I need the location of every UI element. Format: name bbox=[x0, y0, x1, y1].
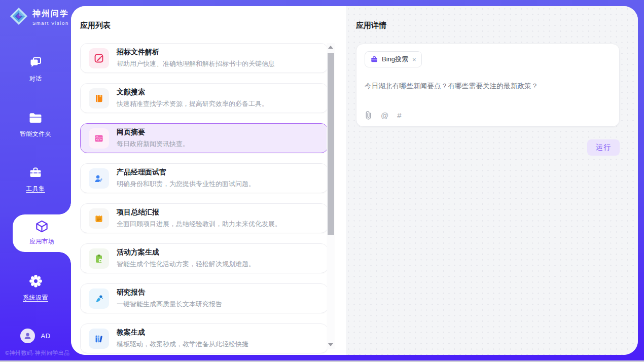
app-item-event-plan[interactable]: 活动方案生成 智能生成个性化活动方案，轻松解决规划难题。 bbox=[80, 243, 328, 273]
interviewer-icon bbox=[89, 168, 109, 189]
sidebar-item-label: 应用市场 bbox=[13, 237, 71, 246]
app-item-name: 产品经理面试官 bbox=[117, 168, 255, 177]
query-card[interactable]: Bing搜索 × 今日湖北有哪些新闻要点？有哪些需要关注的最新政策？ @ # bbox=[356, 44, 620, 127]
app-item-literature-search[interactable]: 文献搜索 快速精准查找学术资源，提高研究效率的必备工具。 bbox=[80, 83, 328, 113]
copyright-footer: ©神州数码·神州问学出品 bbox=[5, 349, 70, 357]
brand-diamond-icon bbox=[9, 7, 28, 28]
app-item-text: 研究报告 一键智能生成高质量长文本研究报告 bbox=[117, 288, 222, 309]
gear-icon bbox=[29, 274, 43, 290]
edit-square-icon bbox=[89, 48, 109, 68]
user-initials: AD bbox=[41, 332, 50, 340]
app-item-desc: 帮助用户快速、准确地理解和解析招标书中的关键信息 bbox=[117, 59, 275, 68]
app-item-desc: 快速精准查找学术资源，提高研究效率的必备工具。 bbox=[117, 99, 268, 108]
folder-icon bbox=[28, 112, 43, 126]
app-list: 招标文件解析 帮助用户快速、准确地理解和解析招标书中的关键信息 文献搜索 bbox=[80, 43, 328, 355]
book-icon bbox=[89, 88, 109, 108]
run-row: 运行 bbox=[346, 139, 620, 156]
app-item-text: 教案生成 模板驱动，教案秒成，教学准备从此轻松快捷 bbox=[117, 328, 248, 349]
sidebar-item-smart-folder[interactable]: 智能文件夹 bbox=[0, 112, 71, 138]
app-item-name: 研究报告 bbox=[117, 288, 222, 297]
chip-close-icon[interactable]: × bbox=[412, 56, 416, 63]
app-item-project-summary[interactable]: 项目总结汇报 全面回顾项目进展，总结经验教训，助力未来优化发展。 bbox=[80, 203, 328, 233]
app-item-text: 项目总结汇报 全面回顾项目进展，总结经验教训，助力未来优化发展。 bbox=[117, 208, 281, 229]
chat-icon bbox=[29, 56, 43, 71]
run-button[interactable]: 运行 bbox=[587, 139, 620, 156]
sidebar-item-label: 系统设置 bbox=[0, 294, 71, 302]
app-list-title: 应用列表 bbox=[80, 21, 346, 30]
scrollbar-down-arrow-icon[interactable] bbox=[328, 343, 333, 346]
app-item-name: 活动方案生成 bbox=[117, 248, 255, 257]
brand-name: 神州问学 bbox=[32, 9, 69, 18]
tool-chip-bing-search[interactable]: Bing搜索 × bbox=[365, 51, 422, 67]
browser-code-icon: </> bbox=[89, 128, 109, 149]
books-icon bbox=[89, 329, 109, 349]
app-item-pm-interviewer[interactable]: 产品经理面试官 明确身份和职责，为您提供专业性的面试问题。 bbox=[80, 163, 328, 193]
attachment-icon[interactable] bbox=[365, 111, 372, 120]
briefcase-icon bbox=[370, 55, 378, 63]
cube-icon bbox=[35, 220, 49, 235]
sidebar-item-chat[interactable]: 对话 bbox=[0, 56, 71, 83]
scrollbar-up-arrow-icon[interactable] bbox=[328, 46, 333, 49]
query-text[interactable]: 今日湖北有哪些新闻要点？有哪些需要关注的最新政策？ bbox=[365, 82, 611, 91]
app-detail-title: 应用详情 bbox=[356, 21, 638, 30]
sidebar-item-toolset[interactable]: 工具集 bbox=[0, 166, 71, 193]
sidebar-item-settings[interactable]: 系统设置 bbox=[0, 274, 71, 302]
app-item-bid-parse[interactable]: 招标文件解析 帮助用户快速、准确地理解和解析招标书中的关键信息 bbox=[80, 43, 328, 73]
app-item-web-summary-selected[interactable]: </> 网页摘要 每日政府新闻资讯快查。 bbox=[80, 123, 328, 153]
mention-icon[interactable]: @ bbox=[381, 111, 388, 120]
app-item-text: 产品经理面试官 明确身份和职责，为您提供专业性的面试问题。 bbox=[117, 168, 255, 189]
content-area: 应用列表 招标文件解析 帮助用户快速、准确地理解和解析招标书中的关键信息 bbox=[71, 6, 638, 355]
scrollbar[interactable] bbox=[327, 43, 335, 349]
ink-quill-icon bbox=[89, 288, 109, 309]
clipboard-check-icon bbox=[89, 248, 109, 269]
app-list-panel: 应用列表 招标文件解析 帮助用户快速、准确地理解和解析招标书中的关键信息 bbox=[71, 6, 346, 355]
avatar bbox=[20, 329, 35, 343]
input-toolbar: @ # bbox=[365, 111, 611, 120]
toolbox-icon bbox=[28, 166, 43, 181]
app-item-text: 招标文件解析 帮助用户快速、准确地理解和解析招标书中的关键信息 bbox=[117, 48, 275, 68]
app-item-text: 网页摘要 每日政府新闻资讯快查。 bbox=[117, 128, 189, 149]
app-item-lesson-plan[interactable]: 教案生成 模板驱动，教案秒成，教学准备从此轻松快捷 bbox=[80, 323, 328, 353]
app-item-name: 教案生成 bbox=[117, 328, 248, 337]
app-item-text: 活动方案生成 智能生成个性化活动方案，轻松解决规划难题。 bbox=[117, 248, 255, 269]
app-item-desc: 明确身份和职责，为您提供专业性的面试问题。 bbox=[117, 179, 255, 189]
app-item-text: 文献搜索 快速精准查找学术资源，提高研究效率的必备工具。 bbox=[117, 88, 268, 108]
tool-chip-label: Bing搜索 bbox=[382, 55, 408, 64]
notepad-icon bbox=[89, 208, 109, 229]
scrollbar-thumb[interactable] bbox=[328, 53, 334, 235]
app-item-desc: 模板驱动，教案秒成，教学准备从此轻松快捷 bbox=[117, 340, 248, 349]
app-item-desc: 全面回顾项目进展，总结经验教训，助力未来优化发展。 bbox=[117, 220, 281, 229]
sidebar-item-label: 对话 bbox=[0, 75, 71, 83]
brand-text: 神州问学 Smart Vision bbox=[32, 9, 69, 26]
sidebar-item-label: 工具集 bbox=[0, 185, 71, 193]
user-account[interactable]: AD bbox=[0, 329, 71, 343]
app-item-research-report[interactable]: 研究报告 一键智能生成高质量长文本研究报告 bbox=[80, 283, 328, 313]
brand-logo: 神州问学 Smart Vision bbox=[9, 7, 69, 28]
app-item-name: 网页摘要 bbox=[117, 128, 189, 137]
brand-subtitle: Smart Vision bbox=[32, 20, 69, 26]
app-item-desc: 一键智能生成高质量长文本研究报告 bbox=[117, 300, 222, 309]
sidebar: 神州问学 Smart Vision 对话 智能文件夹 bbox=[0, 0, 71, 360]
app-item-name: 项目总结汇报 bbox=[117, 208, 281, 217]
app-item-desc: 每日政府新闻资讯快查。 bbox=[117, 139, 189, 149]
sidebar-item-label: 智能文件夹 bbox=[0, 130, 71, 138]
app-item-desc: 智能生成个性化活动方案，轻松解决规划难题。 bbox=[117, 260, 255, 269]
app-frame: 神州问学 Smart Vision 对话 智能文件夹 bbox=[0, 0, 644, 360]
sidebar-item-app-market-active[interactable]: 应用市场 bbox=[13, 214, 71, 252]
app-detail-panel: 应用详情 Bing搜索 × 今日湖北有哪些新闻要点？有哪些需要关注的最新政策？ bbox=[346, 6, 638, 355]
app-item-name: 文献搜索 bbox=[117, 88, 268, 97]
app-item-name: 招标文件解析 bbox=[117, 48, 275, 57]
svg-text:</>: </> bbox=[96, 137, 102, 141]
hashtag-icon[interactable]: # bbox=[397, 111, 401, 120]
